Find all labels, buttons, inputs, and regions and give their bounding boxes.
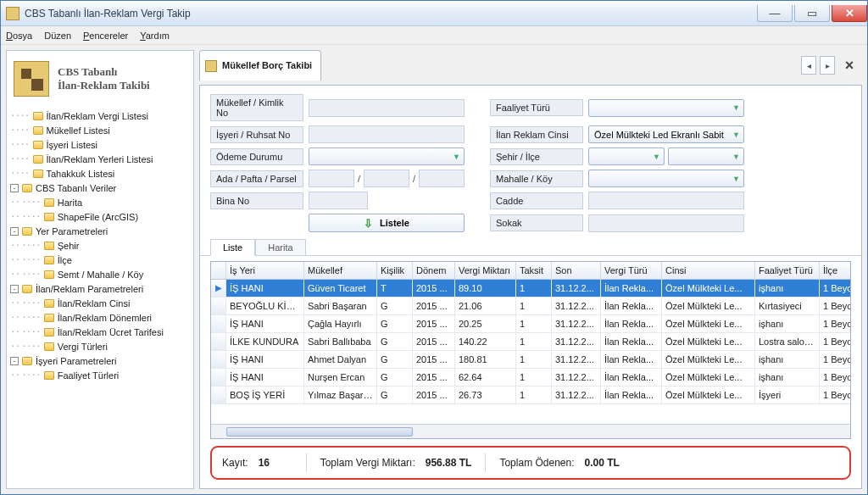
brand-line2: İlan-Reklam Takibi <box>58 79 150 92</box>
label-cadde: Cadde <box>490 192 583 209</box>
window-title: CBS Tabanlı İlan-Reklam Vergi Takip <box>25 8 757 19</box>
subtab-harita[interactable]: Harita <box>255 239 305 256</box>
col-taksit[interactable]: Taksit <box>516 262 552 279</box>
menu-dosya[interactable]: Dosya <box>6 31 32 41</box>
table-row[interactable]: İŞ HANINurşen ErcanG2015 ...62.64131.12.… <box>211 369 850 387</box>
label-ilan-cinsi: İlan Reklam Cinsi <box>490 126 583 143</box>
brand-logo-icon <box>14 61 49 97</box>
tree-item[interactable]: ····Tahakkuk Listesi <box>10 166 190 181</box>
col-donem[interactable]: Dönem <box>413 262 455 279</box>
input-bina[interactable] <box>309 192 368 209</box>
status-toplam-value: 956.88 TL <box>426 457 472 469</box>
tabstrip: Mükellef Borç Takibi ◂ ▸ × <box>199 50 862 81</box>
tree-item[interactable]: ····Mükellef Listesi <box>10 123 190 137</box>
menu-yardim[interactable]: Yardım <box>140 31 170 41</box>
table-row[interactable]: İŞ HANIAhmet DalyanG2015 ...180.81131.12… <box>211 351 850 369</box>
grid-body[interactable]: ▶İŞ HANIGüven TicaretT2015 ...89.10131.1… <box>211 280 850 424</box>
status-toplam-label: Toplam Vergi Miktarı: <box>320 457 415 469</box>
tree-item[interactable]: -Yer Parametreleri <box>10 224 190 238</box>
nav-tree: ····İlan/Reklam Vergi Listesi ····Mükell… <box>7 107 193 488</box>
tree-item[interactable]: ····İlan/Reklam Vergi Listesi <box>10 108 190 123</box>
col-turu[interactable]: Vergi Türü <box>601 262 662 279</box>
input-ada[interactable] <box>309 170 354 187</box>
input-parsel[interactable] <box>419 170 465 187</box>
input-cadde[interactable] <box>588 192 744 209</box>
input-isyeri[interactable] <box>309 125 465 143</box>
label-isyeri: İşyeri / Ruhsat No <box>210 126 303 143</box>
input-mukellef[interactable] <box>309 99 465 117</box>
tree-item[interactable]: ······Semt / Mahalle / Köy <box>10 267 190 281</box>
tree-item[interactable]: ······Harita <box>10 195 190 209</box>
tab-close-button[interactable]: × <box>838 57 860 75</box>
select-sehir[interactable]: ▼ <box>588 147 665 165</box>
close-button[interactable]: ✕ <box>832 5 867 22</box>
tree-item[interactable]: -CBS Tabanlı Veriler <box>10 181 190 195</box>
col-miktar[interactable]: Vergi Miktarı <box>455 262 516 279</box>
label-mahalle: Mahalle / Köy <box>490 170 583 187</box>
label-ada: Ada / Pafta / Parsel <box>210 170 303 187</box>
tree-item[interactable]: ······İlan/Reklam Dönemleri <box>10 310 190 325</box>
tree-item[interactable]: ····İlan/Reklam Yerleri Listesi <box>10 152 190 166</box>
input-pafta[interactable] <box>364 170 409 187</box>
table-row[interactable]: BEYOĞLU KİTA...Sabri BaşaranG2015 ...21.… <box>211 298 850 315</box>
tree-item[interactable]: ······Faaliyet Türleri <box>10 368 190 382</box>
grid-header: İş Yeri Mükellef Kişilik Dönem Vergi Mik… <box>211 262 850 280</box>
col-son[interactable]: Son <box>552 262 601 279</box>
tab-icon <box>205 60 217 72</box>
col-faaliyet[interactable]: Faaliyet Türü <box>755 262 820 279</box>
brand-line1: CBS Tabanlı <box>58 65 150 79</box>
col-kisilik[interactable]: Kişilik <box>377 262 413 279</box>
status-kayit-value: 16 <box>259 457 292 469</box>
tab-prev-button[interactable]: ◂ <box>801 56 816 75</box>
label-sokak: Sokak <box>490 214 583 231</box>
listele-button[interactable]: ⇩Listele <box>309 214 465 232</box>
tree-item[interactable]: ······İlan/Reklam Cinsi <box>10 296 190 310</box>
tree-item[interactable]: ······Şehir <box>10 238 190 253</box>
select-ilce[interactable]: ▼ <box>668 147 744 165</box>
label-mukellef: Mükellef / Kimlik No <box>210 94 303 121</box>
table-row[interactable]: BOŞ İŞ YERİYılmaz BaşaranG2015 ...26.731… <box>211 387 850 404</box>
table-row[interactable]: İLKE KUNDURASabri BallıbabaG2015 ...140.… <box>211 333 850 351</box>
select-odeme[interactable]: ▼ <box>309 147 465 165</box>
maximize-button[interactable]: ▭ <box>794 5 830 22</box>
horizontal-scrollbar[interactable] <box>211 424 850 438</box>
input-sokak[interactable] <box>588 214 744 232</box>
select-faaliyet[interactable]: ▼ <box>588 99 744 117</box>
subtabs: Liste Harita <box>200 239 861 256</box>
menubar: Dosya Düzen Pencereler Yardım <box>1 26 867 45</box>
tree-item[interactable]: ······İlan/Reklam Ücret Tarifesi <box>10 325 190 339</box>
arrow-down-icon: ⇩ <box>364 217 373 230</box>
menu-duzen[interactable]: Düzen <box>44 31 71 41</box>
titlebar: CBS Tabanlı İlan-Reklam Vergi Takip — ▭ … <box>1 1 867 26</box>
col-cinsi[interactable]: Cinsi <box>662 262 755 279</box>
col-mukellef[interactable]: Mükellef <box>304 262 377 279</box>
table-row[interactable]: ▶İŞ HANIGüven TicaretT2015 ...89.10131.1… <box>211 280 850 298</box>
app-window: CBS Tabanlı İlan-Reklam Vergi Takip — ▭ … <box>0 0 868 495</box>
select-mahalle[interactable]: ▼ <box>588 170 744 187</box>
label-bina: Bina No <box>210 192 303 209</box>
select-ilan-cinsi[interactable]: Özel Mülkteki Led Ekranlı Sabit▼ <box>588 125 744 143</box>
subtab-liste[interactable]: Liste <box>210 239 255 256</box>
tree-item[interactable]: ······İlçe <box>10 253 190 267</box>
label-sehir: Şehir / İlçe <box>490 148 583 165</box>
status-odenen-value: 0.00 TL <box>585 457 620 469</box>
menu-pencereler[interactable]: Pencereler <box>83 31 128 41</box>
content-panel: Mükellef / Kimlik No Faaliyet Türü▼ İşye… <box>199 85 862 489</box>
tab-mukellef-borc[interactable]: Mükellef Borç Takibi <box>199 50 321 81</box>
app-icon <box>6 7 19 20</box>
col-ilce[interactable]: İlçe <box>820 262 851 279</box>
tab-next-button[interactable]: ▸ <box>820 56 835 75</box>
tree-item[interactable]: -İşyeri Parametreleri <box>10 353 190 368</box>
brand: CBS Tabanlı İlan-Reklam Takibi <box>7 51 193 107</box>
tree-item[interactable]: ······ShapeFile (ArcGIS) <box>10 209 190 224</box>
table-row[interactable]: İŞ HANIÇağla HayırlıG2015 ...20.25131.12… <box>211 315 850 333</box>
status-odenen-label: Toplam Ödenen: <box>499 457 574 469</box>
minimize-button[interactable]: — <box>757 5 793 22</box>
results-grid: İş Yeri Mükellef Kişilik Dönem Vergi Mik… <box>210 261 851 439</box>
col-isyeri[interactable]: İş Yeri <box>226 262 304 279</box>
tree-item[interactable]: ······Vergi Türleri <box>10 339 190 353</box>
tree-item[interactable]: ····İşyeri Listesi <box>10 137 190 152</box>
filter-form: Mükellef / Kimlik No Faaliyet Türü▼ İşye… <box>200 86 861 237</box>
tree-item[interactable]: -İlan/Reklam Parametreleri <box>10 281 190 296</box>
status-bar: Kayıt: 16 Toplam Vergi Miktarı: 956.88 T… <box>210 446 851 480</box>
